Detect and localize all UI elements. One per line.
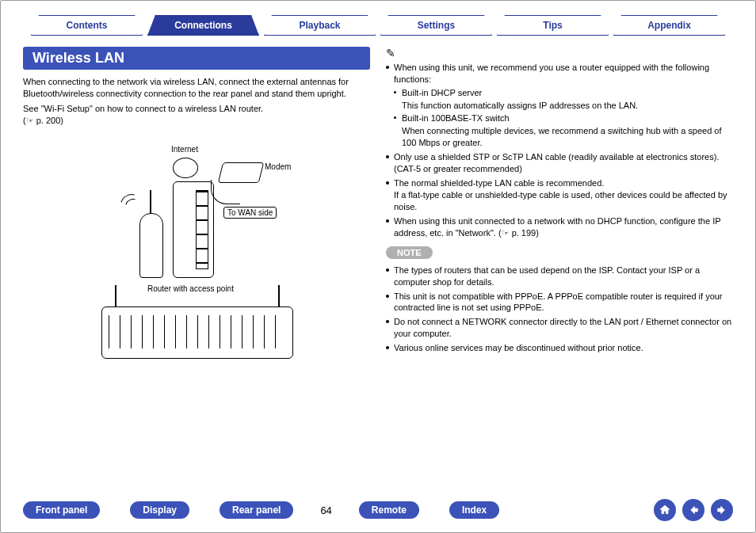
list-item: The normal shielded-type LAN cable is re… [386, 177, 733, 214]
pills-left: Front panel Display Rear panel [23, 501, 293, 519]
antenna-icon [278, 285, 280, 307]
content-columns: Wireless LAN When connecting to the netw… [23, 47, 733, 371]
globe-icon [173, 158, 198, 178]
home-icon[interactable] [654, 499, 676, 521]
list-item: When using this unit connected to a netw… [386, 215, 733, 239]
nav-icons [654, 499, 733, 521]
top-tabs: Contents Connections Playback Settings T… [31, 15, 725, 36]
pencil-icon: ✎ [386, 47, 733, 59]
tab-appendix[interactable]: Appendix [613, 15, 725, 36]
intro-paragraph-2: See "Wi-Fi Setup" on how to connect to a… [23, 103, 370, 127]
sub-title: Built-in 100BASE-TX switch [402, 113, 510, 123]
list-text: The normal shielded-type LAN cable is re… [394, 178, 604, 188]
antenna-icon [115, 285, 116, 307]
note-badge: NOTE [386, 246, 433, 259]
label-to-wan: To WAN side [223, 207, 277, 219]
list-desc: If a flat-type cable or unshielded-type … [394, 189, 733, 213]
link-display[interactable]: Display [130, 501, 189, 519]
receiver-icon [101, 306, 293, 359]
page-number: 64 [320, 504, 331, 516]
tab-connections[interactable]: Connections [147, 15, 259, 36]
page-ref-200[interactable]: (☞ p. 200) [23, 115, 63, 127]
list-item: Various online services may be discontin… [386, 342, 733, 354]
left-column: Wireless LAN When connecting to the netw… [23, 47, 370, 371]
right-column: ✎ When using this unit, we recommend you… [386, 47, 733, 371]
tab-contents[interactable]: Contents [31, 15, 143, 36]
intro-text-2: See "Wi-Fi Setup" on how to connect to a… [23, 104, 263, 113]
link-rear-panel[interactable]: Rear panel [220, 501, 293, 519]
sub-list: Built-in DHCP server This function autom… [394, 87, 733, 149]
label-modem: Modem [265, 162, 291, 171]
access-point-icon [139, 213, 163, 278]
note-list: The types of routers that can be used de… [386, 265, 733, 354]
label-router-ap: Router with access point [147, 284, 234, 293]
list-item: Do not connect a NETWORK connector direc… [386, 316, 733, 340]
page: Contents Connections Playback Settings T… [0, 0, 756, 533]
back-icon[interactable] [682, 499, 704, 521]
tab-tips[interactable]: Tips [497, 15, 609, 36]
list-item: The types of routers that can be used de… [386, 265, 733, 288]
bottom-nav: Front panel Display Rear panel 64 Remote… [23, 499, 733, 521]
link-index[interactable]: Index [449, 501, 499, 519]
link-front-panel[interactable]: Front panel [23, 501, 100, 519]
tab-playback[interactable]: Playback [264, 15, 376, 36]
sub-desc: When connecting multiple devices, we rec… [402, 125, 733, 149]
intro-paragraph-1: When connecting to the network via wirel… [23, 76, 370, 100]
section-heading: Wireless LAN [23, 47, 370, 70]
sub-desc: This function automatically assigns IP a… [402, 100, 733, 112]
list-item: Only use a shielded STP or ScTP LAN cabl… [386, 151, 733, 175]
info-list: When using this unit, we recommend you u… [386, 62, 733, 239]
list-item: When using this unit, we recommend you u… [386, 62, 733, 149]
link-remote[interactable]: Remote [359, 501, 419, 519]
router-hub-icon [173, 181, 214, 278]
forward-icon[interactable] [711, 499, 733, 521]
cable-line [211, 180, 240, 204]
wiring-diagram: Internet Modem To WAN side Router with a… [78, 134, 315, 371]
list-text: When using this unit, we recommend you u… [394, 63, 709, 84]
list-item: Built-in 100BASE-TX switch When connecti… [394, 112, 733, 149]
label-internet: Internet [171, 145, 198, 154]
list-item: This unit is not compatible with PPPoE. … [386, 291, 733, 314]
sub-title: Built-in DHCP server [402, 88, 482, 97]
list-item: Built-in DHCP server This function autom… [394, 87, 733, 112]
tab-settings[interactable]: Settings [380, 15, 492, 36]
pills-right: Remote Index [359, 501, 499, 519]
